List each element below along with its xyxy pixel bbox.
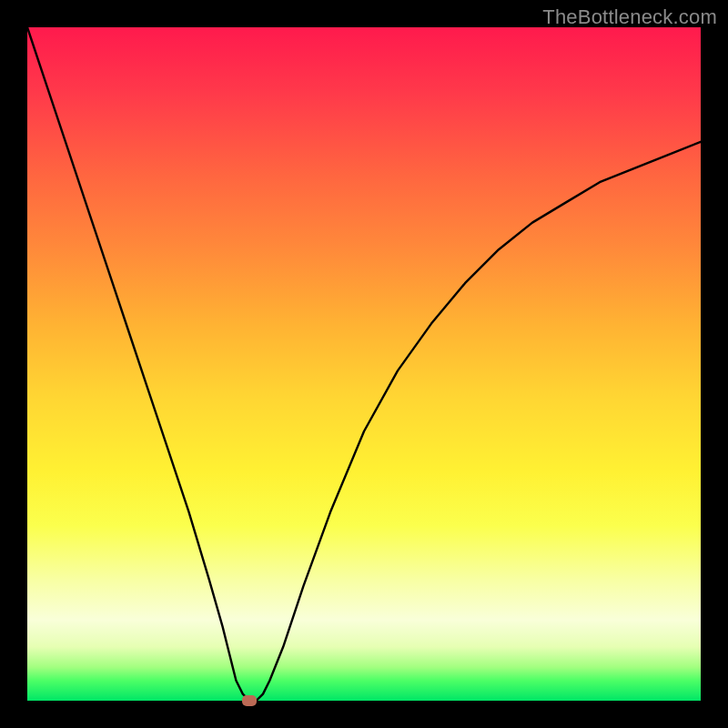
watermark-text: TheBottleneck.com (542, 5, 717, 29)
curve-svg (27, 27, 701, 701)
plot-area (27, 27, 701, 701)
bottleneck-curve (27, 27, 701, 701)
optimal-point-marker (242, 695, 257, 706)
chart-frame: TheBottleneck.com (0, 0, 728, 728)
